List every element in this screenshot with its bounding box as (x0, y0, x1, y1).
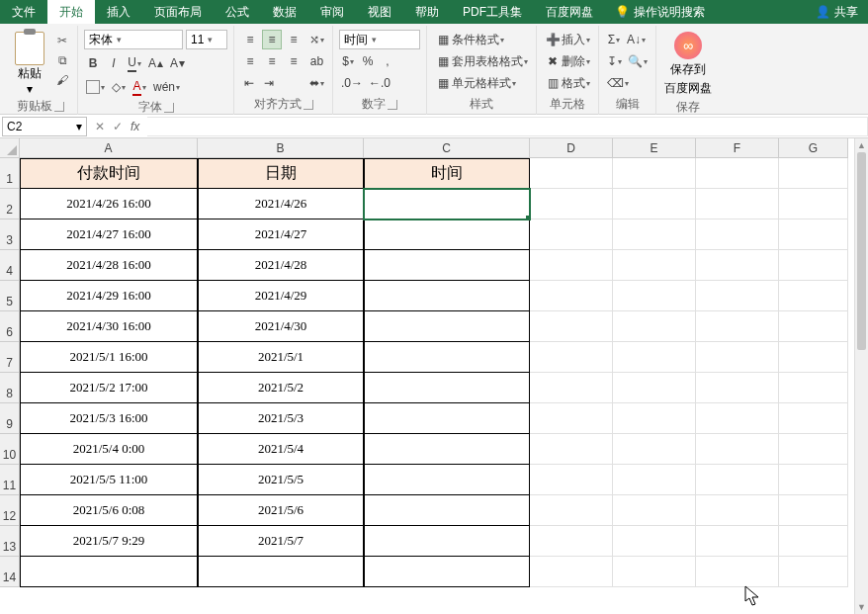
delete-cells-button[interactable]: ✖删除▾ (543, 51, 592, 71)
cell[interactable]: 2021/5/6 (198, 495, 364, 526)
cell[interactable] (779, 526, 848, 557)
merge-button[interactable]: ⬌▾ (307, 73, 326, 93)
cell[interactable] (530, 311, 613, 342)
cell[interactable] (696, 189, 779, 219)
cell[interactable] (530, 495, 613, 526)
cell[interactable]: 2021/4/28 16:00 (20, 250, 198, 281)
cell[interactable] (696, 158, 779, 189)
cell[interactable] (530, 189, 613, 219)
currency-button[interactable]: $▾ (339, 51, 357, 71)
cell[interactable] (696, 250, 779, 281)
cell[interactable]: 2021/5/1 16:00 (20, 342, 198, 373)
cell[interactable] (613, 526, 696, 557)
cell[interactable]: 2021/5/7 (198, 526, 364, 557)
tab-baidu[interactable]: 百度网盘 (534, 0, 605, 24)
shrink-font-button[interactable]: A▾ (168, 53, 187, 73)
cell[interactable]: 2021/5/3 16:00 (20, 403, 198, 434)
cell[interactable]: 2021/4/27 16:00 (20, 219, 198, 250)
borders-button[interactable]: ▾ (84, 77, 107, 97)
scroll-up-icon[interactable]: ▲ (855, 138, 868, 152)
row-header[interactable]: 9 (0, 403, 20, 434)
font-size-combo[interactable]: 11▾ (186, 30, 227, 49)
bold-button[interactable]: B (84, 53, 102, 73)
enter-formula-button[interactable]: ✓ (113, 120, 123, 133)
align-center-button[interactable]: ≡ (262, 51, 282, 71)
cell[interactable]: 时间 (364, 158, 530, 189)
cell[interactable] (364, 465, 530, 495)
dialog-launcher-icon[interactable] (54, 102, 64, 112)
col-header-E[interactable]: E (613, 138, 696, 158)
cell[interactable] (696, 219, 779, 250)
cell[interactable] (530, 434, 613, 465)
align-middle-button[interactable]: ≡ (262, 30, 282, 49)
cell[interactable] (696, 373, 779, 403)
decrease-decimal-button[interactable]: ←.0 (367, 73, 392, 93)
sort-filter-button[interactable]: A↓▾ (625, 30, 648, 49)
cell[interactable]: 2021/5/7 9:29 (20, 526, 198, 557)
phonetic-button[interactable]: wén▾ (151, 77, 182, 97)
tab-help[interactable]: 帮助 (403, 0, 451, 24)
fx-button[interactable]: fx (130, 120, 139, 133)
number-format-combo[interactable]: 时间▾ (339, 30, 420, 49)
cell[interactable] (613, 434, 696, 465)
fill-button[interactable]: ↧▾ (605, 51, 624, 71)
tab-data[interactable]: 数据 (261, 0, 308, 24)
cell[interactable] (364, 403, 530, 434)
align-left-button[interactable]: ≡ (240, 51, 260, 71)
cell[interactable]: 2021/4/28 (198, 250, 364, 281)
copy-button[interactable]: ⧉ (53, 51, 71, 69)
cell[interactable] (779, 219, 848, 250)
format-cells-button[interactable]: ▥格式▾ (543, 73, 592, 93)
col-header-B[interactable]: B (198, 138, 364, 158)
cell[interactable] (779, 158, 848, 189)
cell[interactable] (530, 158, 613, 189)
cell[interactable] (613, 403, 696, 434)
autosum-button[interactable]: Σ▾ (605, 30, 623, 49)
row-header[interactable]: 1 (0, 158, 20, 189)
align-top-button[interactable]: ≡ (240, 30, 260, 49)
col-header-A[interactable]: A (20, 138, 198, 158)
row-header[interactable]: 12 (0, 495, 20, 526)
row-header[interactable]: 10 (0, 434, 20, 465)
font-name-combo[interactable]: 宋体▾ (84, 30, 183, 49)
row-header[interactable]: 6 (0, 311, 20, 342)
cell[interactable] (613, 250, 696, 281)
save-baidu-button[interactable]: ∞ 保存到 百度网盘 (662, 30, 714, 97)
underline-button[interactable]: U▾ (126, 53, 143, 73)
comma-button[interactable]: , (379, 51, 396, 71)
cell[interactable] (364, 311, 530, 342)
cut-button[interactable]: ✂ (53, 32, 71, 49)
grow-font-button[interactable]: A▴ (146, 53, 165, 73)
row-header[interactable]: 2 (0, 189, 20, 219)
cancel-formula-button[interactable]: ✕ (95, 120, 105, 133)
tab-formula[interactable]: 公式 (214, 0, 261, 24)
cell[interactable]: 2021/5/3 (198, 403, 364, 434)
cell[interactable]: 2021/4/29 16:00 (20, 281, 198, 311)
align-bottom-button[interactable]: ≡ (284, 30, 304, 49)
dialog-launcher-icon[interactable] (388, 100, 397, 110)
cell[interactable]: 2021/5/2 (198, 373, 364, 403)
cell[interactable]: 付款时间 (20, 158, 198, 189)
cell[interactable] (613, 557, 696, 587)
cell[interactable] (364, 434, 530, 465)
cell[interactable] (779, 250, 848, 281)
col-header-C[interactable]: C (364, 138, 530, 158)
vertical-scrollbar[interactable]: ▲ ▼ (854, 138, 868, 614)
col-header-F[interactable]: F (696, 138, 779, 158)
row-header[interactable]: 4 (0, 250, 20, 281)
cell[interactable] (613, 158, 696, 189)
cell[interactable]: 2021/4/29 (198, 281, 364, 311)
cell[interactable] (364, 219, 530, 250)
dialog-launcher-icon[interactable] (164, 103, 174, 113)
cell[interactable] (696, 465, 779, 495)
cell[interactable]: 2021/4/30 (198, 311, 364, 342)
cell[interactable]: 2021/5/5 11:00 (20, 465, 198, 495)
row-header[interactable]: 13 (0, 526, 20, 557)
formula-input[interactable] (147, 117, 868, 136)
col-header-G[interactable]: G (779, 138, 848, 158)
italic-button[interactable]: I (105, 53, 123, 73)
insert-cells-button[interactable]: ➕插入▾ (543, 30, 592, 49)
cell[interactable] (613, 373, 696, 403)
orientation-button[interactable]: ⤭▾ (307, 30, 326, 49)
paste-button[interactable]: 粘贴 ▾ (10, 30, 49, 96)
